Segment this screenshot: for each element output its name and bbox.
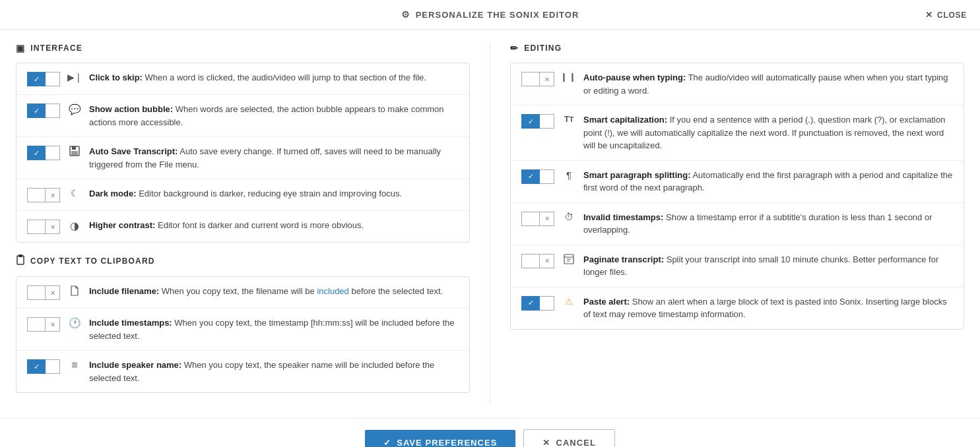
svg-rect-2: [71, 151, 78, 155]
toggle-off-check[interactable]: [521, 212, 540, 226]
interface-section-header: ▣ INTERFACE: [16, 43, 470, 60]
pref-text-paste-alert: Paste alert: Show an alert when a large …: [583, 295, 953, 321]
toggle-off-x[interactable]: [540, 169, 554, 184]
toggle-off-check[interactable]: [27, 285, 46, 300]
toggle-on-check[interactable]: ✓: [27, 104, 46, 118]
pref-text-click-to-skip: Click to skip: When a word is clicked, t…: [89, 71, 459, 84]
moon-icon: ☾: [68, 188, 81, 198]
pref-text-include-timestamps: Include timestamps: When you copy text, …: [89, 316, 459, 342]
pref-row-dark-mode: ✕ ☾ Dark mode: Editor background is dark…: [16, 179, 469, 211]
toggle-smart-cap[interactable]: ✓: [521, 114, 554, 129]
modal: ⚙ PERSONALIZE THE SONIX EDITOR ✕ CLOSE ▣…: [0, 0, 980, 447]
toggle-dark-mode[interactable]: ✕: [27, 188, 60, 202]
clipboard-icon: [16, 254, 25, 267]
toggle-include-speaker[interactable]: ✓: [27, 359, 60, 374]
toggle-off-x[interactable]: [46, 146, 60, 160]
pref-text-action-bubble: Show action bubble: When words are selec…: [89, 103, 459, 129]
bubble-icon: 💬: [68, 104, 81, 115]
capitalize-icon: TT: [562, 114, 575, 124]
clipboard-section-box: ✕ Include filename: When you copy text, …: [16, 276, 470, 393]
toggle-higher-contrast[interactable]: ✕: [27, 220, 60, 234]
toggle-auto-save[interactable]: ✓: [27, 146, 60, 160]
save-icon: [68, 146, 81, 156]
pref-text-auto-pause: Auto-pause when typing: The audio/video …: [583, 71, 953, 97]
toggle-off-check[interactable]: [27, 188, 46, 202]
pref-row-action-bubble: ✓ 💬 Show action bubble: When words are s…: [16, 95, 469, 137]
right-column: ✏ EDITING ✕ ❙❙ Auto-pause when typing: T…: [510, 43, 964, 405]
toggle-on-check[interactable]: ✓: [27, 146, 46, 160]
pref-text-include-filename: Include filename: When you copy text, th…: [89, 285, 459, 298]
pref-text-smart-cap: Smart capitalization: If you end a sente…: [583, 113, 953, 152]
toggle-off-x[interactable]: [46, 359, 60, 374]
toggle-action-bubble[interactable]: ✓: [27, 104, 60, 118]
toggle-paginate[interactable]: ✕: [521, 254, 554, 268]
toggle-off-x[interactable]: [540, 114, 554, 129]
toggle-off-x[interactable]: ✕: [46, 317, 60, 332]
pref-text-higher-contrast: Higher contrast: Editor font is darker a…: [89, 219, 459, 232]
toggle-paste-alert[interactable]: ✓: [521, 296, 554, 311]
toggle-off-check[interactable]: [521, 72, 540, 86]
toggle-off-x[interactable]: ✕: [540, 254, 554, 268]
toggle-off-check[interactable]: [27, 220, 46, 234]
pref-text-smart-paragraph: Smart paragraph splitting: Automatically…: [583, 169, 953, 194]
pref-row-include-speaker: ✓ ≡ Include speaker name: When you copy …: [16, 351, 469, 392]
file-icon: [68, 285, 81, 296]
toggle-off-x[interactable]: ✕: [46, 188, 60, 202]
pref-row-paste-alert: ✓ ⚠ Paste alert: Show an alert when a la…: [511, 287, 964, 329]
clock-icon: 🕐: [68, 317, 81, 329]
toggle-off-x[interactable]: ✕: [540, 212, 554, 226]
toggle-off-x[interactable]: ✕: [46, 285, 60, 300]
contrast-icon: ◑: [68, 220, 81, 232]
pref-text-paginate: Paginate transcript: Split your transcri…: [583, 253, 953, 279]
toggle-off-x[interactable]: ✕: [540, 72, 554, 86]
toggle-auto-pause[interactable]: ✕: [521, 72, 554, 86]
save-label: SAVE PREFERENCES: [397, 438, 497, 447]
pref-text-auto-save: Auto Save Transcript: Auto save every ch…: [89, 145, 459, 171]
close-label: CLOSE: [937, 10, 967, 19]
svg-rect-1: [72, 146, 76, 150]
modal-header: ⚙ PERSONALIZE THE SONIX EDITOR ✕ CLOSE: [0, 0, 980, 30]
pref-text-invalid-timestamps: Invalid timestamps: Show a timestamp err…: [583, 211, 953, 237]
toggle-on-check[interactable]: ✓: [521, 296, 540, 311]
modal-body: ▣ INTERFACE ✓ ▶❘ Click to skip: When a w…: [0, 30, 980, 418]
gear-icon: ⚙: [401, 9, 410, 20]
cancel-button[interactable]: ✕ CANCEL: [523, 429, 614, 447]
modal-footer: ✓ SAVE PREFERENCES ✕ CANCEL: [0, 418, 980, 447]
toggle-off-x[interactable]: [46, 104, 60, 118]
toggle-invalid-timestamps[interactable]: ✕: [521, 212, 554, 226]
toggle-on-check[interactable]: ✓: [27, 359, 46, 374]
toggle-off-x[interactable]: [540, 296, 554, 311]
toggle-on-check[interactable]: ✓: [27, 72, 46, 86]
toggle-click-to-skip[interactable]: ✓: [27, 72, 60, 86]
pref-row-auto-save: ✓ Auto Save Transcript: Auto save every …: [16, 137, 469, 179]
pref-row-paginate: ✕ Paginate transcript: Split your transc…: [511, 245, 964, 287]
toggle-on-check[interactable]: ✓: [521, 114, 540, 129]
interface-icon: ▣: [16, 43, 25, 53]
alert-icon: ⚠: [562, 296, 575, 307]
paginate-icon: [562, 254, 575, 264]
column-divider: [490, 43, 490, 405]
pref-row-include-filename: ✕ Include filename: When you copy text, …: [16, 277, 469, 309]
toggle-off-check[interactable]: [27, 317, 46, 332]
pref-text-include-speaker: Include speaker name: When you copy text…: [89, 359, 459, 384]
interface-label: INTERFACE: [30, 44, 82, 53]
editing-section-header: ✏ EDITING: [510, 43, 964, 60]
toggle-off-check[interactable]: [521, 254, 540, 268]
save-preferences-button[interactable]: ✓ SAVE PREFERENCES: [365, 430, 515, 447]
toggle-on-check[interactable]: ✓: [521, 169, 540, 184]
toggle-off-x[interactable]: [46, 72, 60, 86]
pref-text-dark-mode: Dark mode: Editor background is darker, …: [89, 187, 459, 200]
toggle-include-timestamps[interactable]: ✕: [27, 317, 60, 332]
pref-row-smart-paragraph: ✓ ¶ Smart paragraph splitting: Automatic…: [511, 161, 964, 203]
skip-icon: ▶❘: [68, 72, 81, 82]
clipboard-section-header: COPY TEXT TO CLIPBOARD: [16, 254, 470, 274]
toggle-include-filename[interactable]: ✕: [27, 285, 60, 300]
paragraph-icon: ¶: [562, 169, 575, 181]
pref-row-higher-contrast: ✕ ◑ Higher contrast: Editor font is dark…: [16, 211, 469, 242]
toggle-off-x[interactable]: ✕: [46, 220, 60, 234]
pref-row-click-to-skip: ✓ ▶❘ Click to skip: When a word is click…: [16, 63, 469, 95]
pref-row-include-timestamps: ✕ 🕐 Include timestamps: When you copy te…: [16, 309, 469, 351]
x-icon: ✕: [925, 10, 933, 20]
toggle-smart-paragraph[interactable]: ✓: [521, 169, 554, 184]
close-button[interactable]: ✕ CLOSE: [925, 10, 967, 20]
